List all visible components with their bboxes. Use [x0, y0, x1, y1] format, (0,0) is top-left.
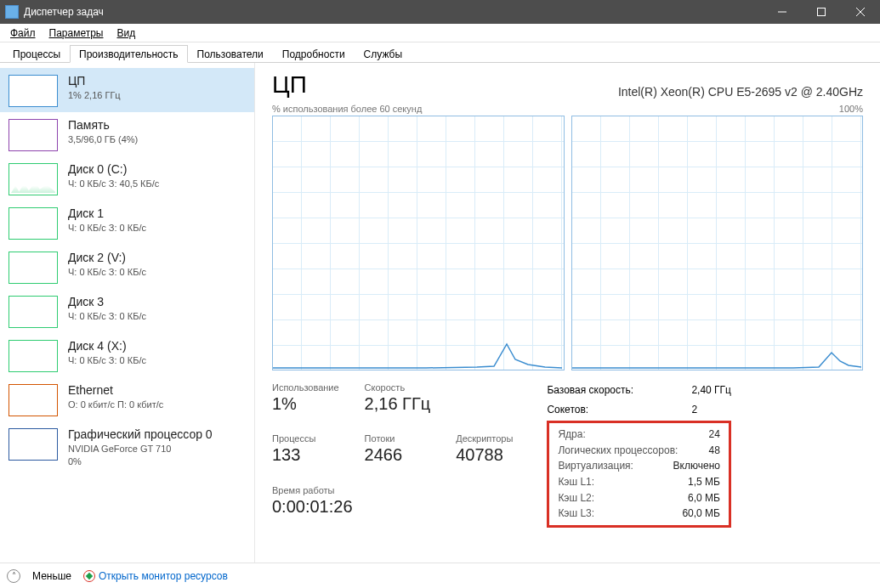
logical-label: Логических процессоров: — [558, 443, 678, 459]
sidebar-eth-sub: О: 0 кбит/с П: 0 кбит/с — [68, 399, 163, 411]
sidebar-disk3-name: Диск 3 — [68, 294, 146, 310]
disk-thumb-icon — [9, 296, 58, 328]
resmon-label: Открыть монитор ресурсов — [99, 570, 228, 582]
stats-left: Использование1% Скорость2,16 ГГц Процесс… — [272, 382, 513, 528]
hnd-label: Дескрипторы — [456, 433, 513, 444]
util-label: Использование — [272, 382, 339, 393]
sidebar-gpu-sub2: 0% — [68, 455, 213, 468]
sidebar-eth-name: Ethernet — [68, 382, 163, 399]
thr-label: Потоки — [365, 433, 431, 444]
sidebar-disk3-sub: Ч: 0 КБ/с З: 0 КБ/с — [68, 310, 146, 323]
chart-label-right: 100% — [839, 104, 863, 114]
sidebar-disk1-name: Диск 1 — [68, 206, 146, 222]
sidebar-mem-sub: 3,5/96,0 ГБ (4%) — [68, 133, 138, 146]
highlighted-stats: Ядра:24 Логических процессоров:48 Виртуа… — [547, 421, 731, 528]
l3-label: Кэш L3: — [558, 506, 594, 522]
proc-label: Процессы — [272, 433, 339, 444]
cpu-model: Intel(R) Xeon(R) CPU E5-2695 v2 @ 2.40GH… — [618, 85, 863, 99]
menu-bar: Файл Параметры Вид — [0, 24, 880, 42]
close-button[interactable] — [841, 0, 880, 24]
sidebar-disk4-name: Диск 4 (X:) — [68, 338, 146, 354]
ethernet-thumb-icon — [9, 384, 58, 416]
sidebar-item-ethernet[interactable]: EthernetО: 0 кбит/с П: 0 кбит/с — [0, 377, 254, 421]
maximize-button[interactable] — [802, 0, 841, 24]
l2-label: Кэш L2: — [558, 490, 594, 506]
sockets-value: 2 — [691, 404, 697, 416]
l2-value: 6,0 МБ — [688, 490, 720, 506]
logical-value: 48 — [709, 443, 720, 459]
speed-value: 2,16 ГГц — [365, 394, 431, 414]
window-title: Диспетчер задач — [24, 6, 763, 18]
resmon-icon — [83, 570, 95, 582]
virt-label: Виртуализация: — [558, 458, 633, 474]
menu-view[interactable]: Вид — [110, 25, 142, 41]
tab-performance[interactable]: Производительность — [70, 45, 187, 63]
gpu-thumb-icon — [9, 428, 58, 461]
cpu-thumb-icon — [9, 75, 58, 107]
sidebar-disk4-sub: Ч: 0 КБ/с З: 0 КБ/с — [68, 354, 146, 367]
sidebar-item-disk3[interactable]: Диск 3Ч: 0 КБ/с З: 0 КБ/с — [0, 289, 254, 333]
app-icon — [5, 5, 19, 19]
disk-thumb-icon — [9, 252, 58, 284]
menu-params[interactable]: Параметры — [43, 25, 111, 41]
virt-value: Включено — [673, 458, 720, 474]
memory-thumb-icon — [9, 119, 58, 151]
stats-right-wrap: Базовая скорость: 2,40 ГГц Сокетов: 2 Яд… — [547, 382, 731, 528]
speed-label: Скорость — [365, 382, 431, 393]
cpu-chart-0 — [272, 116, 565, 370]
minimize-button[interactable] — [763, 0, 802, 24]
tab-details[interactable]: Подробности — [273, 45, 355, 63]
footer: ˄ Меньше Открыть монитор ресурсов — [0, 563, 880, 588]
l1-label: Кэш L1: — [558, 474, 594, 490]
thr-value: 2466 — [365, 445, 431, 465]
l1-value: 1,5 МБ — [688, 474, 720, 490]
sidebar-disk0-name: Диск 0 (C:) — [68, 161, 159, 178]
base-speed-label: Базовая скорость: — [547, 384, 633, 396]
sidebar-gpu-sub1: NVIDIA GeForce GT 710 — [68, 443, 213, 455]
sockets-label: Сокетов: — [547, 404, 588, 416]
base-speed-value: 2,40 ГГц — [691, 384, 731, 396]
sidebar-mem-name: Память — [68, 117, 138, 133]
main-panel: ЦП Intel(R) Xeon(R) CPU E5-2695 v2 @ 2.4… — [255, 63, 880, 563]
sidebar-item-cpu[interactable]: ЦП1% 2,16 ГГц — [0, 68, 254, 112]
cpu-chart-1 — [571, 116, 864, 370]
sidebar-item-memory[interactable]: Память3,5/96,0 ГБ (4%) — [0, 112, 254, 156]
sidebar-item-disk0[interactable]: Диск 0 (C:)Ч: 0 КБ/с З: 40,5 КБ/с — [0, 156, 254, 201]
sidebar-item-disk2[interactable]: Диск 2 (V:)Ч: 0 КБ/с З: 0 КБ/с — [0, 245, 254, 289]
l3-value: 60,0 МБ — [682, 506, 720, 522]
sidebar-item-disk1[interactable]: Диск 1Ч: 0 КБ/с З: 0 КБ/с — [0, 201, 254, 245]
title-bar: Диспетчер задач — [0, 0, 880, 24]
tab-bar: Процессы Производительность Пользователи… — [0, 42, 880, 63]
sidebar-disk2-sub: Ч: 0 КБ/с З: 0 КБ/с — [68, 266, 146, 279]
chart-label-left: % использования более 60 секунд — [272, 104, 422, 114]
collapse-icon[interactable]: ˄ — [7, 569, 20, 583]
hnd-value: 40788 — [456, 445, 513, 465]
sidebar-item-gpu[interactable]: Графический процессор 0NVIDIA GeForce GT… — [0, 421, 254, 473]
sidebar-disk1-sub: Ч: 0 КБ/с З: 0 КБ/с — [68, 222, 146, 235]
disk-thumb-icon — [9, 207, 58, 240]
sidebar-item-disk4[interactable]: Диск 4 (X:)Ч: 0 КБ/с З: 0 КБ/с — [0, 333, 254, 377]
fewer-details-button[interactable]: Меньше — [32, 570, 71, 582]
disk-thumb-icon — [9, 340, 58, 372]
sidebar-disk0-sub: Ч: 0 КБ/с З: 40,5 КБ/с — [68, 178, 159, 190]
cores-value: 24 — [709, 427, 720, 443]
tab-processes[interactable]: Процессы — [3, 45, 70, 63]
uptime-value: 0:00:01:26 — [272, 497, 513, 517]
proc-value: 133 — [272, 445, 339, 465]
cores-label: Ядра: — [558, 427, 585, 443]
sidebar-cpu-name: ЦП — [68, 73, 121, 89]
tab-services[interactable]: Службы — [355, 45, 412, 63]
uptime-label: Время работы — [272, 485, 513, 495]
open-resmon-link[interactable]: Открыть монитор ресурсов — [83, 570, 228, 582]
tab-users[interactable]: Пользователи — [188, 45, 273, 63]
sidebar-cpu-sub: 1% 2,16 ГГц — [68, 89, 121, 102]
sidebar: ЦП1% 2,16 ГГц Память3,5/96,0 ГБ (4%) Дис… — [0, 63, 255, 563]
sidebar-gpu-name: Графический процессор 0 — [68, 427, 213, 443]
sidebar-disk2-name: Диск 2 (V:) — [68, 250, 146, 266]
page-title: ЦП — [272, 71, 307, 99]
svg-rect-1 — [818, 8, 826, 16]
util-value: 1% — [272, 394, 339, 414]
menu-file[interactable]: Файл — [3, 25, 43, 41]
disk-thumb-icon — [9, 163, 58, 195]
